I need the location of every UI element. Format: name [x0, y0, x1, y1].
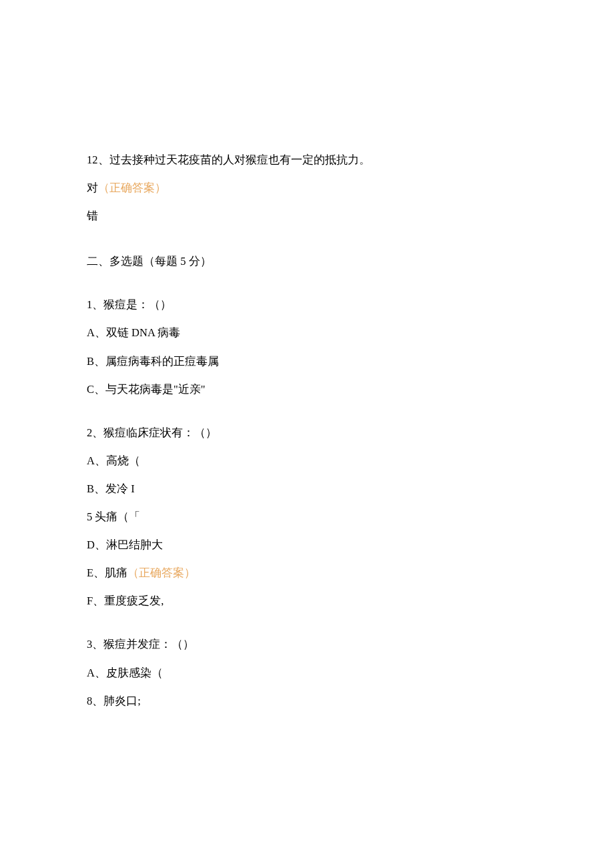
mq2-option-d: D、淋巴结肿大: [87, 537, 527, 552]
q12-true-label: 对: [87, 181, 98, 194]
mq1-option-c: C、与天花病毒是"近亲": [87, 382, 527, 397]
mq2-c-pre: 5: [87, 510, 95, 523]
mq1-option-b: B、属痘病毒科的正痘毒属: [87, 354, 527, 369]
correct-answer-tag: （正确答案）: [127, 566, 196, 579]
mq1-text: 1、猴痘是：（）: [87, 297, 527, 312]
mq2-option-f: F、重度疲乏发,: [87, 593, 527, 608]
correct-answer-tag: （正确答案）: [98, 181, 166, 194]
mq2-option-e: E、肌痛（正确答案）: [87, 565, 527, 580]
mq2-option-c: 5 头痛（「: [87, 509, 527, 524]
document-page: 12、过去接种过天花疫苗的人对猴痘也有一定的抵抗力。 对（正确答案） 错 二、多…: [0, 0, 614, 761]
mq2-option-b: B、发冷 I: [87, 481, 527, 496]
mq1-a-latin: DNA: [131, 326, 158, 339]
mq2-c-post: 头痛（「: [95, 510, 140, 523]
mq1-a-pre: A、双链: [87, 326, 131, 339]
mq3-option-b: 8、肺炎口;: [87, 693, 527, 709]
q12-option-false: 错: [87, 208, 527, 224]
section2-heading: 二、多选题（每题 5 分）: [87, 254, 527, 269]
mq1-option-a: A、双链 DNA 病毒: [87, 325, 527, 340]
mq2-b-latin: I: [131, 482, 135, 495]
q12-text: 12、过去接种过天花疫苗的人对猴痘也有一定的抵抗力。: [87, 152, 527, 167]
mq3-text: 3、猴痘并发症：（）: [87, 636, 527, 652]
mq3-option-a: A、皮肤感染（: [87, 665, 527, 681]
mq2-e-label: E、肌痛: [87, 566, 127, 579]
mq2-text: 2、猴痘临床症状有：（）: [87, 425, 527, 440]
q12-option-true: 对（正确答案）: [87, 180, 527, 195]
mq2-option-a: A、高烧（: [87, 453, 527, 468]
mq1-a-post: 病毒: [158, 326, 180, 339]
mq2-b-pre: B、发冷: [87, 482, 131, 495]
